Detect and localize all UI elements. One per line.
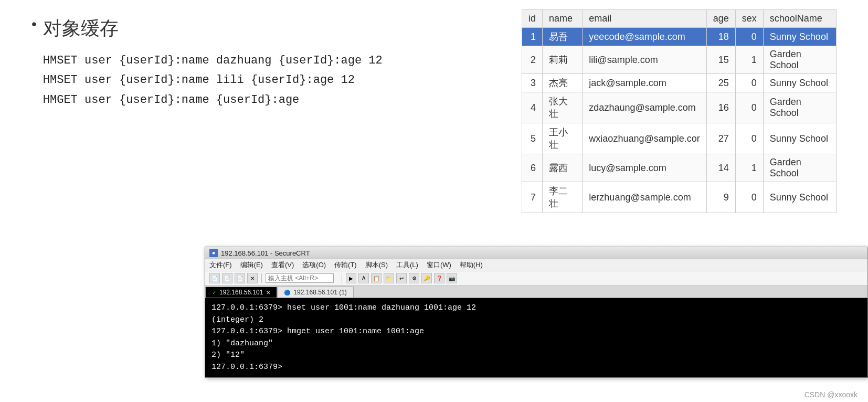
col-schoolname: schoolName	[763, 10, 836, 28]
menu-transfer[interactable]: 传输(T)	[334, 260, 357, 270]
terminal-line: 1) "dazhuang"	[211, 338, 861, 350]
cell-sex: 0	[735, 123, 763, 154]
cell-sex: 1	[735, 46, 763, 74]
cell-age: 25	[706, 74, 735, 92]
cell-email: lucy@sample.com	[583, 154, 706, 182]
menu-options[interactable]: 选项(O)	[302, 260, 326, 270]
toolbar-btn-9[interactable]: ⚙	[409, 273, 419, 283]
toolbar-btn-3[interactable]: 📄	[235, 273, 245, 283]
bullet-body: 对象缓存 HMSET user {userId}:name dazhuang {…	[43, 16, 383, 110]
toolbar-btn-12[interactable]: 📷	[447, 273, 457, 283]
code-block: HMSET user {userId}:name dazhuang {userI…	[43, 51, 383, 110]
toolbar-btn-7[interactable]: 📁	[384, 273, 394, 283]
cell-sex: 0	[735, 74, 763, 92]
toolbar-btn-11[interactable]: ❓	[434, 273, 444, 283]
terminal-toolbar: 📄 📄 📄 ✕ ▶ A 📋 📁 ↩ ⚙ 🔑 ❓ 📷	[205, 271, 867, 285]
cell-age: 16	[706, 92, 735, 123]
terminal-line: 127.0.0.1:6379> hmget user 1001:name 100…	[211, 326, 861, 338]
menu-window[interactable]: 窗口(W)	[427, 260, 451, 270]
host-input[interactable]	[266, 273, 334, 283]
toolbar-sep-2	[342, 273, 342, 283]
tab-main-close[interactable]: ✕	[266, 290, 270, 295]
cell-age: 15	[706, 46, 735, 74]
menu-view[interactable]: 查看(V)	[271, 260, 294, 270]
cell-email: lerzhuang@sample.com	[583, 182, 706, 213]
cell-age: 18	[706, 28, 735, 46]
cell-sex: 0	[735, 182, 763, 213]
cell-schoolName: Sunny School	[763, 74, 836, 92]
tab-main-label: 192.168.56.101	[219, 289, 263, 296]
toolbar-btn-8[interactable]: ↩	[396, 273, 407, 283]
terminal-title: 192.168.56.101 - SecureCRT	[221, 249, 310, 257]
tab-secondary-label: 192.168.56.101 (1)	[293, 289, 346, 296]
table-row[interactable]: 2莉莉lili@sample.com151Garden School	[522, 46, 837, 74]
db-table-container: id name email age sex schoolName 1易吾yeec…	[522, 9, 837, 213]
cell-name: 王小壮	[543, 123, 583, 154]
col-name: name	[543, 10, 583, 28]
cell-schoolName: Garden School	[763, 92, 836, 123]
csdn-watermark: CSDN @xxooxk	[805, 390, 858, 399]
tab-secondary[interactable]: 🔵 192.168.56.101 (1)	[277, 287, 353, 298]
col-email: email	[583, 10, 706, 28]
table-row[interactable]: 3杰亮jack@sample.com250Sunny School	[522, 74, 837, 92]
terminal-line: 127.0.0.1:6379>	[211, 362, 861, 374]
table-row[interactable]: 6露西lucy@sample.com141Garden School	[522, 154, 837, 182]
cell-id: 2	[522, 46, 543, 74]
tab-main[interactable]: ✓ 192.168.56.101 ✕	[205, 287, 277, 298]
cell-age: 27	[706, 123, 735, 154]
cell-id: 4	[522, 92, 543, 123]
toolbar-btn-4[interactable]: ✕	[247, 273, 258, 283]
code-line-1: HMSET user {userId}:name dazhuang {userI…	[43, 51, 383, 70]
cell-schoolName: Sunny School	[763, 28, 836, 46]
terminal-menubar: 文件(F) 编辑(E) 查看(V) 选项(O) 传输(T) 脚本(S) 工具(L…	[205, 259, 867, 271]
bullet-title: 对象缓存	[43, 16, 383, 41]
bullet-dot: •	[31, 17, 37, 31]
cell-age: 9	[706, 182, 735, 213]
cell-email: lili@sample.com	[583, 46, 706, 74]
terminal-window: ■ 192.168.56.101 - SecureCRT 文件(F) 编辑(E)…	[205, 247, 868, 378]
cell-schoolName: Garden School	[763, 154, 836, 182]
cell-email: yeecode@sample.com	[583, 28, 706, 46]
toolbar-input-area	[266, 273, 334, 283]
bullet-section: • 对象缓存 HMSET user {userId}:name dazhuang…	[31, 16, 388, 110]
cell-sex: 1	[735, 154, 763, 182]
toolbar-btn-6[interactable]: 📋	[371, 273, 382, 283]
cell-email: zdazhaung@sample.com	[583, 92, 706, 123]
menu-tools[interactable]: 工具(L)	[396, 260, 418, 270]
toolbar-btn-2[interactable]: 📄	[222, 273, 232, 283]
cell-id: 5	[522, 123, 543, 154]
menu-script[interactable]: 脚本(S)	[365, 260, 388, 270]
cell-name: 杰亮	[543, 74, 583, 92]
menu-help[interactable]: 帮助(H)	[460, 260, 483, 270]
col-sex: sex	[735, 10, 763, 28]
table-row[interactable]: 5王小壮wxiaozhuang@sample.cor270Sunny Schoo…	[522, 123, 837, 154]
toolbar-btn-5[interactable]: A	[358, 273, 369, 283]
terminal-line: 2) "12"	[211, 350, 861, 362]
terminal-tabs: ✓ 192.168.56.101 ✕ 🔵 192.168.56.101 (1)	[205, 285, 867, 298]
left-content: • 对象缓存 HMSET user {userId}:name dazhuang…	[31, 16, 388, 110]
table-row[interactable]: 4张大壮zdazhaung@sample.com160Garden School	[522, 92, 837, 123]
toolbar-btn-1[interactable]: 📄	[209, 273, 220, 283]
cell-sex: 0	[735, 28, 763, 46]
terminal-body: 127.0.0.1:6379> hset user 1001:name dazh…	[205, 298, 867, 377]
toolbar-btn-10[interactable]: 🔑	[421, 273, 432, 283]
menu-edit[interactable]: 编辑(E)	[240, 260, 263, 270]
terminal-titlebar: ■ 192.168.56.101 - SecureCRT	[205, 247, 867, 259]
terminal-line: 127.0.0.1:6379> hset user 1001:name dazh…	[211, 302, 861, 314]
terminal-icon: ■	[209, 249, 218, 257]
cell-name: 李二壮	[543, 182, 583, 213]
cell-name: 露西	[543, 154, 583, 182]
table-row[interactable]: 7李二壮lerzhuang@sample.com90Sunny School	[522, 182, 837, 213]
col-id: id	[522, 10, 543, 28]
col-age: age	[706, 10, 735, 28]
cell-sex: 0	[735, 92, 763, 123]
cell-id: 1	[522, 28, 543, 46]
menu-file[interactable]: 文件(F)	[209, 260, 232, 270]
table-row[interactable]: 1易吾yeecode@sample.com180Sunny School	[522, 28, 837, 46]
cell-schoolName: Sunny School	[763, 182, 836, 213]
cell-email: wxiaozhuang@sample.cor	[583, 123, 706, 154]
toolbar-sep-1	[261, 273, 262, 283]
toolbar-connect-btn[interactable]: ▶	[346, 273, 356, 283]
cell-name: 易吾	[543, 28, 583, 46]
cell-id: 3	[522, 74, 543, 92]
